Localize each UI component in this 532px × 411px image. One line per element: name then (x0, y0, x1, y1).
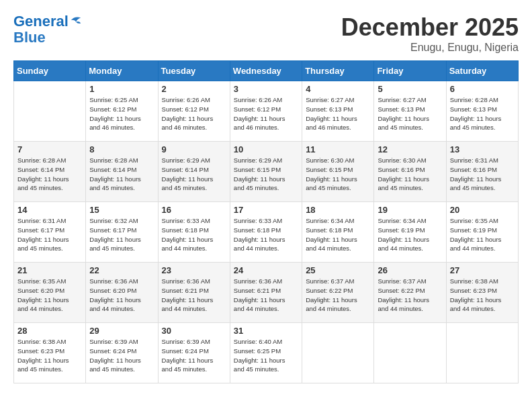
day-cell: 25Sunrise: 6:37 AM Sunset: 6:22 PM Dayli… (302, 263, 374, 323)
calendar-table: SundayMondayTuesdayWednesdayThursdayFrid… (13, 60, 519, 383)
day-info: Sunrise: 6:27 AM Sunset: 6:13 PM Dayligh… (306, 95, 370, 132)
day-number: 10 (234, 144, 298, 154)
day-info: Sunrise: 6:28 AM Sunset: 6:14 PM Dayligh… (17, 156, 82, 193)
day-cell (374, 323, 446, 383)
day-number: 31 (234, 326, 298, 336)
day-cell: 29Sunrise: 6:39 AM Sunset: 6:24 PM Dayli… (86, 323, 158, 383)
day-info: Sunrise: 6:28 AM Sunset: 6:14 PM Dayligh… (89, 156, 154, 193)
day-cell: 20Sunrise: 6:35 AM Sunset: 6:19 PM Dayli… (446, 202, 518, 263)
month-title: December 2025 (341, 13, 519, 42)
day-cell: 28Sunrise: 6:38 AM Sunset: 6:23 PM Dayli… (14, 323, 86, 383)
day-info: Sunrise: 6:34 AM Sunset: 6:19 PM Dayligh… (378, 216, 442, 253)
day-number: 16 (162, 205, 226, 215)
day-info: Sunrise: 6:29 AM Sunset: 6:14 PM Dayligh… (162, 156, 226, 193)
day-cell: 8Sunrise: 6:28 AM Sunset: 6:14 PM Daylig… (86, 142, 158, 202)
day-cell: 4Sunrise: 6:27 AM Sunset: 6:13 PM Daylig… (302, 81, 374, 142)
day-cell: 2Sunrise: 6:26 AM Sunset: 6:12 PM Daylig… (158, 81, 230, 142)
logo-bird-icon (70, 14, 82, 26)
day-cell: 19Sunrise: 6:34 AM Sunset: 6:19 PM Dayli… (374, 202, 446, 263)
day-number: 28 (17, 326, 82, 336)
day-cell: 21Sunrise: 6:35 AM Sunset: 6:20 PM Dayli… (14, 263, 86, 323)
location: Enugu, Enugu, Nigeria (341, 42, 519, 54)
day-cell: 31Sunrise: 6:40 AM Sunset: 6:25 PM Dayli… (230, 323, 302, 383)
day-info: Sunrise: 6:38 AM Sunset: 6:23 PM Dayligh… (17, 337, 82, 374)
day-cell: 18Sunrise: 6:34 AM Sunset: 6:18 PM Dayli… (302, 202, 374, 263)
day-number: 2 (162, 84, 226, 94)
week-row-4: 21Sunrise: 6:35 AM Sunset: 6:20 PM Dayli… (14, 263, 519, 323)
col-header-thursday: Thursday (302, 61, 374, 81)
day-info: Sunrise: 6:34 AM Sunset: 6:18 PM Dayligh… (306, 216, 370, 253)
day-number: 24 (234, 265, 298, 275)
day-number: 22 (89, 265, 154, 275)
day-cell: 12Sunrise: 6:30 AM Sunset: 6:16 PM Dayli… (374, 142, 446, 202)
day-number: 5 (378, 84, 442, 94)
day-cell: 11Sunrise: 6:30 AM Sunset: 6:15 PM Dayli… (302, 142, 374, 202)
day-cell: 24Sunrise: 6:36 AM Sunset: 6:21 PM Dayli… (230, 263, 302, 323)
day-number: 29 (89, 326, 154, 336)
day-info: Sunrise: 6:37 AM Sunset: 6:22 PM Dayligh… (378, 277, 442, 314)
day-cell (14, 81, 86, 142)
day-number: 23 (162, 265, 226, 275)
day-cell: 7Sunrise: 6:28 AM Sunset: 6:14 PM Daylig… (14, 142, 86, 202)
day-number: 19 (378, 205, 442, 215)
day-info: Sunrise: 6:30 AM Sunset: 6:16 PM Dayligh… (378, 156, 442, 193)
day-info: Sunrise: 6:32 AM Sunset: 6:17 PM Dayligh… (89, 216, 154, 253)
col-header-sunday: Sunday (14, 61, 86, 81)
day-number: 13 (450, 144, 515, 154)
column-headers: SundayMondayTuesdayWednesdayThursdayFrid… (14, 61, 519, 81)
day-number: 25 (306, 265, 370, 275)
day-number: 11 (306, 144, 370, 154)
week-row-3: 14Sunrise: 6:31 AM Sunset: 6:17 PM Dayli… (14, 202, 519, 263)
logo-general: General (13, 13, 69, 30)
logo: General Blue (13, 13, 82, 46)
day-cell: 16Sunrise: 6:33 AM Sunset: 6:18 PM Dayli… (158, 202, 230, 263)
col-header-saturday: Saturday (446, 61, 518, 81)
day-number: 20 (450, 205, 515, 215)
day-info: Sunrise: 6:31 AM Sunset: 6:17 PM Dayligh… (17, 216, 82, 253)
day-info: Sunrise: 6:35 AM Sunset: 6:20 PM Dayligh… (17, 277, 82, 314)
day-number: 18 (306, 205, 370, 215)
day-info: Sunrise: 6:36 AM Sunset: 6:21 PM Dayligh… (234, 277, 298, 314)
page-header: General Blue December 2025 Enugu, Enugu,… (13, 13, 519, 54)
day-info: Sunrise: 6:35 AM Sunset: 6:19 PM Dayligh… (450, 216, 515, 253)
week-row-2: 7Sunrise: 6:28 AM Sunset: 6:14 PM Daylig… (14, 142, 519, 202)
day-info: Sunrise: 6:36 AM Sunset: 6:20 PM Dayligh… (89, 277, 154, 314)
day-info: Sunrise: 6:30 AM Sunset: 6:15 PM Dayligh… (306, 156, 370, 193)
day-number: 3 (234, 84, 298, 94)
day-number: 4 (306, 84, 370, 94)
day-cell: 14Sunrise: 6:31 AM Sunset: 6:17 PM Dayli… (14, 202, 86, 263)
day-number: 6 (450, 84, 515, 94)
day-cell: 26Sunrise: 6:37 AM Sunset: 6:22 PM Dayli… (374, 263, 446, 323)
day-cell: 13Sunrise: 6:31 AM Sunset: 6:16 PM Dayli… (446, 142, 518, 202)
day-info: Sunrise: 6:36 AM Sunset: 6:21 PM Dayligh… (162, 277, 226, 314)
day-info: Sunrise: 6:27 AM Sunset: 6:13 PM Dayligh… (378, 95, 442, 132)
day-cell: 1Sunrise: 6:25 AM Sunset: 6:12 PM Daylig… (86, 81, 158, 142)
day-cell: 27Sunrise: 6:38 AM Sunset: 6:23 PM Dayli… (446, 263, 518, 323)
day-info: Sunrise: 6:25 AM Sunset: 6:12 PM Dayligh… (89, 95, 154, 132)
day-cell: 10Sunrise: 6:29 AM Sunset: 6:15 PM Dayli… (230, 142, 302, 202)
day-info: Sunrise: 6:33 AM Sunset: 6:18 PM Dayligh… (162, 216, 226, 253)
day-cell: 5Sunrise: 6:27 AM Sunset: 6:13 PM Daylig… (374, 81, 446, 142)
day-number: 15 (89, 205, 154, 215)
day-info: Sunrise: 6:39 AM Sunset: 6:24 PM Dayligh… (162, 337, 226, 374)
day-cell (302, 323, 374, 383)
day-number: 9 (162, 144, 226, 154)
day-info: Sunrise: 6:29 AM Sunset: 6:15 PM Dayligh… (234, 156, 298, 193)
day-number: 17 (234, 205, 298, 215)
day-cell: 30Sunrise: 6:39 AM Sunset: 6:24 PM Dayli… (158, 323, 230, 383)
col-header-friday: Friday (374, 61, 446, 81)
day-info: Sunrise: 6:37 AM Sunset: 6:22 PM Dayligh… (306, 277, 370, 314)
day-info: Sunrise: 6:38 AM Sunset: 6:23 PM Dayligh… (450, 277, 515, 314)
day-number: 7 (17, 144, 82, 154)
day-info: Sunrise: 6:39 AM Sunset: 6:24 PM Dayligh… (89, 337, 154, 374)
day-number: 30 (162, 326, 226, 336)
day-cell: 6Sunrise: 6:28 AM Sunset: 6:13 PM Daylig… (446, 81, 518, 142)
week-row-5: 28Sunrise: 6:38 AM Sunset: 6:23 PM Dayli… (14, 323, 519, 383)
logo-blue: Blue (13, 29, 46, 46)
day-cell: 15Sunrise: 6:32 AM Sunset: 6:17 PM Dayli… (86, 202, 158, 263)
day-number: 14 (17, 205, 82, 215)
day-cell: 22Sunrise: 6:36 AM Sunset: 6:20 PM Dayli… (86, 263, 158, 323)
day-info: Sunrise: 6:31 AM Sunset: 6:16 PM Dayligh… (450, 156, 515, 193)
day-info: Sunrise: 6:28 AM Sunset: 6:13 PM Dayligh… (450, 95, 515, 132)
day-cell: 17Sunrise: 6:33 AM Sunset: 6:18 PM Dayli… (230, 202, 302, 263)
